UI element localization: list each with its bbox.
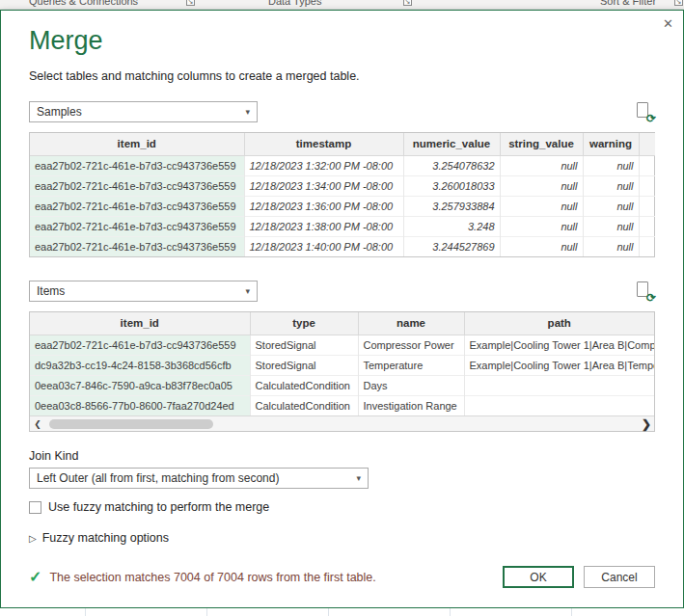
table-row[interactable]: eaa27b02-721c-461e-b7d3-cc943736e559 12/… — [30, 196, 655, 216]
refresh-preview-icon[interactable]: ⟳ — [634, 281, 655, 302]
worksheet-strip — [0, 608, 684, 616]
cell-filler — [639, 155, 655, 175]
fuzzy-matching-checkbox-row[interactable]: Use fuzzy matching to perform the merge — [29, 500, 655, 514]
dialog-launcher-icon[interactable]: ↘ — [403, 0, 412, 6]
cell-item-id[interactable]: 0eea03c7-846c-7590-a9ca-b83f78ec0a05 — [30, 375, 250, 395]
cell-path[interactable]: Example|Cooling Tower 1|Area B|Compress — [464, 335, 654, 355]
ribbon-group-data-types: Data Types — [268, 0, 321, 7]
dialog-launcher-icon[interactable]: ↘ — [186, 0, 195, 6]
column-header-path[interactable]: path — [464, 312, 654, 335]
fuzzy-matching-checkbox[interactable] — [29, 501, 41, 514]
cell-numeric-value[interactable]: 3.257933884 — [403, 196, 500, 216]
second-table-preview: item_id type name path eaa27b02-721c-461… — [29, 311, 655, 432]
fuzzy-options-expander[interactable]: ▷ Fuzzy matching options — [29, 531, 655, 545]
table-row[interactable]: dc9a32b3-cc19-4c24-8158-3b368cd56cfb Sto… — [30, 355, 654, 375]
cell-timestamp[interactable]: 12/18/2023 1:36:00 PM -08:00 — [244, 196, 403, 216]
cell-name[interactable]: Temperature — [358, 355, 464, 375]
cell-filler — [639, 196, 655, 216]
column-header-string-value[interactable]: string_value — [500, 133, 583, 155]
second-table-select[interactable]: Items ▾ — [29, 281, 258, 302]
cell-warning[interactable]: null — [583, 216, 639, 236]
cell-item-id[interactable]: dc9a32b3-cc19-4c24-8158-3b368cd56cfb — [30, 355, 250, 375]
cell-path[interactable] — [464, 395, 654, 415]
ribbon-group-sort-filter: Sort & Filter — [600, 0, 656, 7]
close-icon[interactable]: ✕ — [663, 16, 673, 31]
cell-name[interactable]: Investigation Range — [358, 395, 464, 415]
cell-type[interactable]: StoredSignal — [250, 335, 358, 355]
column-header-numeric-value[interactable]: numeric_value — [403, 133, 500, 155]
cell-numeric-value[interactable]: 3.254078632 — [403, 155, 500, 175]
cell-warning[interactable]: null — [583, 155, 639, 175]
cell-path[interactable]: Example|Cooling Tower 1|Area B|Temperat — [464, 355, 654, 375]
cell-filler — [639, 175, 655, 196]
cell-string-value[interactable]: null — [500, 175, 583, 196]
cell-numeric-value[interactable]: 3.260018033 — [403, 175, 500, 196]
cell-type[interactable]: StoredSignal — [250, 355, 358, 375]
join-kind-select[interactable]: Left Outer (all from first, matching fro… — [29, 468, 369, 489]
column-header-warning[interactable]: warning — [583, 133, 639, 155]
cell-item-id[interactable]: 0eea03c8-8566-77b0-8600-7faa270d24ed — [30, 395, 250, 415]
table-row[interactable]: eaa27b02-721c-461e-b7d3-cc943736e559 Sto… — [30, 335, 654, 355]
status-message: The selection matches 7004 of 7004 rows … — [49, 571, 375, 584]
scroll-right-icon[interactable]: ❯ — [639, 416, 654, 432]
column-header-name[interactable]: name — [358, 312, 464, 335]
cell-warning[interactable]: null — [583, 175, 639, 196]
table-row[interactable]: 0eea03c7-846c-7590-a9ca-b83f78ec0a05 Cal… — [30, 375, 654, 395]
dialog-launcher-icon[interactable]: ↘ — [674, 0, 683, 6]
column-header-timestamp[interactable]: timestamp — [244, 133, 403, 155]
horizontal-scrollbar[interactable]: ❮ ❯ — [30, 415, 654, 431]
cell-item-id[interactable]: eaa27b02-721c-461e-b7d3-cc943736e559 — [30, 155, 244, 175]
cell-string-value[interactable]: null — [500, 236, 583, 256]
dialog-title: Merge — [29, 26, 655, 55]
table-row[interactable]: 0eea03c8-8566-77b0-8600-7faa270d24ed Cal… — [30, 395, 654, 415]
refresh-arrow-icon: ⟳ — [646, 292, 656, 304]
cell-timestamp[interactable]: 12/18/2023 1:32:00 PM -08:00 — [244, 155, 403, 175]
ok-button[interactable]: OK — [503, 566, 574, 588]
cancel-button[interactable]: Cancel — [584, 566, 655, 588]
ribbon-group-queries: Queries & Connections — [29, 0, 138, 7]
first-table-select-value: Samples — [37, 105, 82, 119]
column-header-item-id[interactable]: item_id — [30, 312, 250, 335]
cell-warning[interactable]: null — [583, 236, 639, 256]
merge-dialog: ✕ Merge Select tables and matching colum… — [0, 10, 684, 608]
cell-item-id[interactable]: eaa27b02-721c-461e-b7d3-cc943736e559 — [30, 196, 244, 216]
cell-name[interactable]: Compressor Power — [358, 335, 464, 355]
cell-type[interactable]: CalculatedCondition — [250, 395, 358, 415]
header-row: item_id type name path — [30, 312, 654, 335]
table-row[interactable]: eaa27b02-721c-461e-b7d3-cc943736e559 12/… — [30, 175, 655, 196]
chevron-down-icon: ▾ — [356, 473, 361, 483]
scroll-left-icon[interactable]: ❮ — [30, 416, 45, 432]
cell-name[interactable]: Days — [358, 375, 464, 395]
fuzzy-options-label: Fuzzy matching options — [42, 531, 169, 545]
chevron-right-icon: ▷ — [29, 533, 37, 544]
table-row[interactable]: eaa27b02-721c-461e-b7d3-cc943736e559 12/… — [30, 216, 655, 236]
join-kind-label: Join Kind — [29, 449, 655, 463]
chevron-down-icon: ▾ — [245, 107, 250, 117]
first-table-preview: item_id timestamp numeric_value string_v… — [29, 132, 655, 257]
cell-filler — [639, 236, 655, 256]
cell-string-value[interactable]: null — [500, 155, 583, 175]
column-header-item-id[interactable]: item_id — [30, 133, 244, 155]
cell-numeric-value[interactable]: 3.248 — [403, 216, 500, 236]
column-header-type[interactable]: type — [250, 312, 358, 335]
first-table-select[interactable]: Samples ▾ — [29, 101, 258, 122]
cell-string-value[interactable]: null — [500, 216, 583, 236]
cell-item-id[interactable]: eaa27b02-721c-461e-b7d3-cc943736e559 — [30, 175, 244, 196]
cell-item-id[interactable]: eaa27b02-721c-461e-b7d3-cc943736e559 — [30, 335, 250, 355]
refresh-preview-icon[interactable]: ⟳ — [634, 101, 655, 122]
scrollbar-track[interactable] — [45, 416, 639, 431]
scrollbar-thumb[interactable] — [49, 419, 213, 429]
cell-item-id[interactable]: eaa27b02-721c-461e-b7d3-cc943736e559 — [30, 216, 244, 236]
cell-numeric-value[interactable]: 3.244527869 — [403, 236, 500, 256]
refresh-arrow-icon: ⟳ — [646, 113, 656, 124]
table-row[interactable]: eaa27b02-721c-461e-b7d3-cc943736e559 12/… — [30, 155, 655, 175]
table-row[interactable]: eaa27b02-721c-461e-b7d3-cc943736e559 12/… — [30, 236, 655, 256]
cell-timestamp[interactable]: 12/18/2023 1:40:00 PM -08:00 — [244, 236, 403, 256]
cell-item-id[interactable]: eaa27b02-721c-461e-b7d3-cc943736e559 — [30, 236, 244, 256]
cell-timestamp[interactable]: 12/18/2023 1:34:00 PM -08:00 — [244, 175, 403, 196]
cell-timestamp[interactable]: 12/18/2023 1:38:00 PM -08:00 — [244, 216, 403, 236]
cell-string-value[interactable]: null — [500, 196, 583, 216]
cell-type[interactable]: CalculatedCondition — [250, 375, 358, 395]
cell-path[interactable] — [464, 375, 654, 395]
cell-warning[interactable]: null — [583, 196, 639, 216]
